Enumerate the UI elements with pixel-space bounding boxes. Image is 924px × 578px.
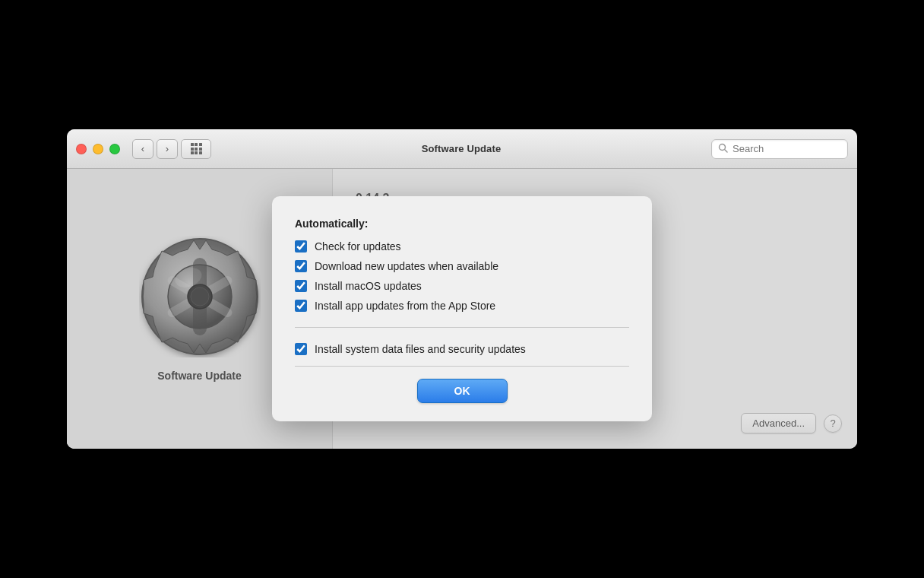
forward-button[interactable]: ›	[157, 139, 178, 159]
dialog: Automatically: Check for updatesDownload…	[272, 196, 652, 421]
dialog-overlay: Automatically: Check for updatesDownload…	[67, 169, 857, 449]
grid-view-button[interactable]	[181, 139, 211, 159]
back-button[interactable]: ‹	[132, 139, 153, 159]
checkbox-label: Check for updates	[315, 240, 401, 252]
dialog-section-title: Automatically:	[295, 218, 629, 230]
close-button[interactable]	[76, 144, 87, 154]
maximize-button[interactable]	[109, 144, 120, 154]
minimize-button[interactable]	[93, 144, 103, 154]
search-input[interactable]	[733, 143, 841, 154]
checkbox-label: Download new updates when available	[315, 260, 498, 272]
checkbox-item: Install app updates from the App Store	[295, 300, 629, 312]
checkbox-install-security[interactable]	[295, 343, 307, 355]
titlebar: ‹ › Software Update	[67, 129, 857, 169]
checkbox-check-updates[interactable]	[295, 240, 307, 252]
grid-dots-icon	[191, 143, 202, 154]
nav-buttons: ‹ ›	[132, 139, 178, 159]
checkbox-label: Install app updates from the App Store	[315, 300, 495, 312]
checkbox-group: Check for updatesDownload new updates wh…	[295, 240, 629, 355]
main-window: ‹ › Software Update	[67, 129, 857, 449]
checkbox-divider	[295, 327, 629, 328]
dialog-footer: OK	[295, 379, 629, 403]
checkbox-item: Check for updates	[295, 240, 629, 252]
search-icon	[718, 143, 728, 155]
checkbox-item: Download new updates when available	[295, 260, 629, 272]
search-box[interactable]	[711, 139, 848, 159]
checkbox-install-appstore[interactable]	[295, 300, 307, 312]
checkbox-item: Install macOS updates	[295, 280, 629, 292]
checkbox-item: Install system data files and security u…	[295, 343, 629, 355]
checkbox-install-macos[interactable]	[295, 280, 307, 292]
main-content: Software Update 0.14.3 M Advanced... ? A…	[67, 169, 857, 449]
window-title: Software Update	[211, 143, 711, 154]
traffic-lights	[76, 144, 120, 154]
ok-button[interactable]: OK	[417, 379, 508, 403]
divider	[295, 366, 629, 367]
svg-line-1	[725, 149, 727, 151]
checkbox-download-updates[interactable]	[295, 260, 307, 272]
checkbox-label: Install system data files and security u…	[315, 343, 526, 355]
checkbox-label: Install macOS updates	[315, 280, 422, 292]
